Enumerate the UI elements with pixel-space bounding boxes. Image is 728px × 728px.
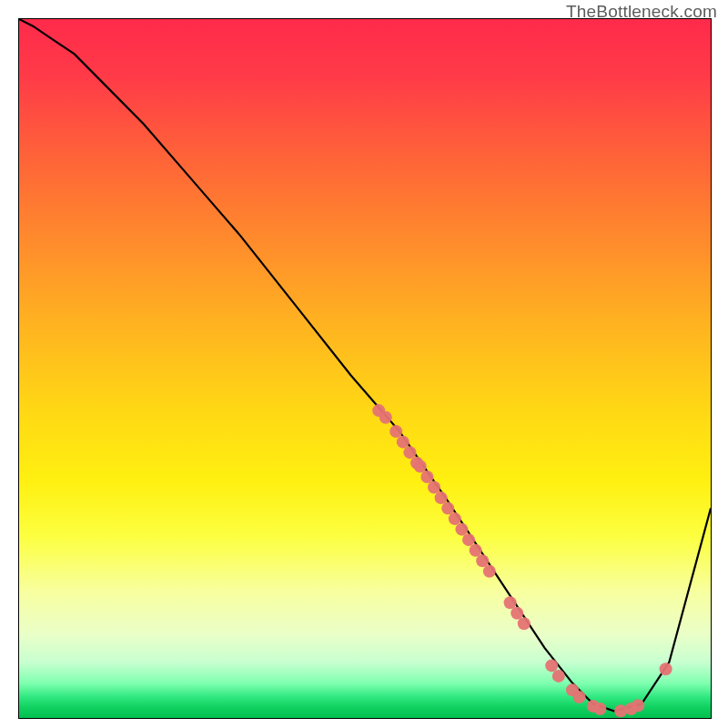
scatter-point — [476, 554, 489, 567]
plot-area — [18, 18, 712, 719]
chart-svg — [19, 19, 711, 718]
scatter-point — [632, 699, 644, 712]
scatter-point — [504, 596, 517, 609]
scatter-point — [389, 425, 402, 438]
scatter-point — [462, 533, 475, 546]
scatter-point — [414, 460, 427, 473]
scatter-point — [449, 512, 461, 525]
scatter-point — [397, 436, 410, 449]
scatter-point — [441, 502, 454, 515]
scatter-point — [545, 659, 558, 672]
scatter-point — [379, 411, 392, 424]
scatter-point — [593, 703, 606, 715]
scatter-point — [435, 491, 448, 504]
scatter-point — [511, 607, 523, 620]
bottleneck-curve — [19, 19, 711, 711]
scatter-point — [420, 470, 433, 483]
scatter-points — [372, 404, 672, 717]
scatter-point — [518, 617, 531, 630]
scatter-point — [470, 544, 482, 557]
scatter-point — [428, 481, 440, 494]
scatter-point — [660, 662, 672, 675]
scatter-point — [455, 523, 468, 536]
scatter-point — [403, 446, 416, 459]
scatter-point — [573, 691, 586, 703]
scatter-point — [552, 670, 565, 682]
chart-canvas: TheBottleneck.com — [0, 0, 728, 728]
scatter-point — [483, 565, 496, 578]
